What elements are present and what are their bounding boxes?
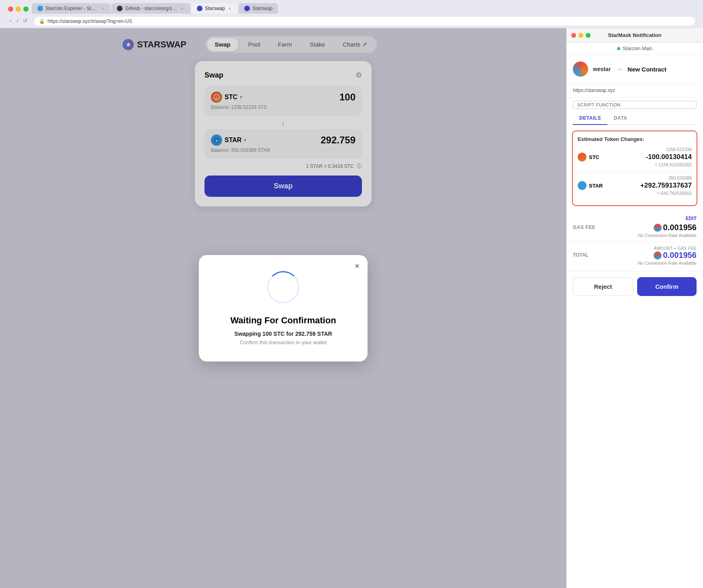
sm-panel-title: StarMask Notification	[608, 32, 662, 38]
confirmation-modal: × Waiting For Confirmation Swapping 100 …	[199, 255, 368, 361]
starmask-panel: StarMask Notification Starcoin Main west…	[566, 28, 703, 588]
close-window-btn[interactable]	[8, 6, 13, 12]
total-amount-label: AMOUNT + GAS FEE	[573, 246, 697, 251]
modal-overlay: × Waiting For Confirmation Swapping 100 …	[0, 28, 566, 588]
tc-title: Estimated Token Changes:	[578, 136, 692, 142]
address-bar[interactable]: 🔒 https://starswap.xyz/#/swap?lng=en-US	[34, 17, 695, 26]
token-changes-box: Estimated Token Changes: 1258.522336 STC…	[572, 131, 697, 206]
maximize-window-btn[interactable]	[23, 6, 29, 12]
sm-avatar	[573, 61, 588, 77]
gas-no-rate: No Conversion Rate Available	[638, 233, 697, 238]
gas-fee-section: EDIT GAS FEE 0.001956 No Conversion Rate…	[566, 212, 703, 242]
nav-buttons: ‹ › ↺	[8, 16, 29, 24]
tc-star-row: 350.033389 STAR +292.759137637 = 642.792…	[578, 176, 692, 196]
tc-star-name: STAR	[589, 183, 603, 189]
tc-stc-row: 1258.522336 STC -100.00130414 = 1158.521…	[578, 147, 692, 167]
tc-stc-change: -100.00130414	[646, 153, 692, 161]
tc-star-prev-balance: 350.033389	[578, 176, 692, 180]
tab-title: GitHub - starcoinorg/st...	[125, 6, 177, 11]
tc-star-left: STAR	[578, 181, 603, 190]
sm-close-btn[interactable]	[571, 33, 576, 38]
minimize-window-btn[interactable]	[16, 6, 21, 12]
tab-title: Starswap	[252, 6, 272, 11]
tc-stc-icon	[578, 153, 587, 161]
back-btn[interactable]: ‹	[8, 16, 13, 24]
tab-title: Starswap	[205, 6, 225, 11]
gas-stc-icon	[654, 224, 662, 232]
network-name: Starcoin Main	[623, 46, 652, 51]
tab-favicon	[117, 6, 123, 11]
sm-action-buttons: Reject Confirm	[566, 272, 703, 302]
sm-tab-details[interactable]: DETAILS	[573, 112, 607, 125]
gas-right: 0.001956 No Conversion Rate Available	[638, 223, 697, 238]
tc-divider	[578, 172, 692, 172]
total-stc-icon	[654, 251, 662, 259]
sm-function-badge: SCRIPT FUNCTION	[573, 101, 697, 109]
refresh-btn[interactable]: ↺	[21, 16, 29, 24]
tab-starswap-second[interactable]: Starswap	[239, 3, 278, 14]
sm-network-bar: Starcoin Main	[566, 43, 703, 55]
modal-close-btn[interactable]: ×	[355, 261, 360, 271]
tab-starcoin-explorer[interactable]: Starcoin Explorer - Star... ×	[32, 3, 110, 14]
tab-close-btn[interactable]: ×	[100, 6, 105, 11]
tc-star-token-row: STAR +292.759137637	[578, 181, 692, 190]
main-layout: ★ STARSWAP Swap Pool Farm Stake Charts ↗…	[0, 28, 703, 588]
sm-account-name: westar	[593, 66, 611, 72]
total-right: 0.001956 No Conversion Rate Available	[638, 251, 697, 265]
tab-close-btn[interactable]: ×	[227, 6, 232, 11]
tab-bar: Starcoin Explorer - Star... × GitHub - s…	[32, 3, 278, 14]
tc-stc-new-balance: = 1158.521031502	[578, 162, 692, 167]
browser-content: ★ STARSWAP Swap Pool Farm Stake Charts ↗…	[0, 28, 566, 588]
total-amount: 0.001956	[638, 251, 697, 260]
sm-account-row: westar → New Contract	[566, 55, 703, 84]
sm-maximize-btn[interactable]	[586, 33, 591, 38]
tab-github[interactable]: GitHub - starcoinorg/st... ×	[111, 3, 190, 14]
gas-amount: 0.001956	[638, 223, 697, 232]
url-text: https://starswap.xyz/#/swap?lng=en-US	[47, 18, 132, 24]
sm-tab-data[interactable]: DATA	[607, 112, 634, 124]
sm-titlebar: StarMask Notification	[566, 28, 703, 43]
lock-icon: 🔒	[39, 18, 45, 24]
sm-arrow-icon: →	[615, 65, 623, 74]
tc-stc-left: STC	[578, 153, 599, 161]
gas-edit-btn[interactable]: EDIT	[573, 216, 697, 221]
confirm-button[interactable]: Confirm	[637, 277, 697, 296]
tab-favicon	[244, 6, 250, 11]
browser-chrome: Starcoin Explorer - Star... × GitHub - s…	[0, 0, 703, 28]
reject-button[interactable]: Reject	[573, 277, 633, 296]
sm-url: https://starswap.xyz	[566, 84, 703, 98]
modal-subtitle: Swapping 100 STC for 292.759 STAR	[219, 331, 347, 337]
tc-star-new-balance: = 642.792526916	[578, 191, 692, 196]
tab-favicon	[197, 6, 202, 11]
tab-starswap-active[interactable]: Starswap ×	[191, 3, 238, 14]
sm-minimize-btn[interactable]	[578, 33, 583, 38]
gas-amount-value: 0.001956	[663, 223, 697, 232]
total-label: TOTAL	[573, 252, 589, 258]
network-status-dot	[617, 47, 620, 50]
sm-detail-tabs: DETAILS DATA	[573, 112, 697, 125]
total-section: AMOUNT + GAS FEE TOTAL 0.001956 No Conve…	[566, 242, 703, 272]
tab-title: Starcoin Explorer - Star...	[45, 6, 98, 11]
total-amount-value: 0.001956	[663, 251, 697, 260]
sm-window-controls	[571, 33, 591, 38]
tc-star-change: +292.759137637	[640, 182, 692, 190]
tc-stc-name: STC	[589, 154, 599, 160]
loading-spinner	[267, 271, 299, 303]
tc-stc-token-row: STC -100.00130414	[578, 153, 692, 161]
modal-description: Confirm this transaction in your wallet	[219, 339, 347, 345]
gas-fee-label: GAS FEE	[573, 225, 595, 230]
tab-close-btn[interactable]: ×	[180, 6, 184, 11]
total-no-rate: No Conversion Rate Available	[638, 261, 697, 265]
sm-contract-label: New Contract	[627, 66, 666, 73]
total-row: TOTAL 0.001956 No Conversion Rate Availa…	[573, 251, 697, 265]
window-controls	[5, 4, 32, 13]
gas-row: GAS FEE 0.001956 No Conversion Rate Avai…	[573, 223, 697, 238]
tc-star-icon	[578, 181, 587, 190]
forward-btn[interactable]: ›	[15, 16, 20, 24]
tc-stc-prev-balance: 1258.522336	[578, 147, 692, 152]
modal-title: Waiting For Confirmation	[219, 315, 347, 326]
tab-favicon	[37, 6, 43, 11]
